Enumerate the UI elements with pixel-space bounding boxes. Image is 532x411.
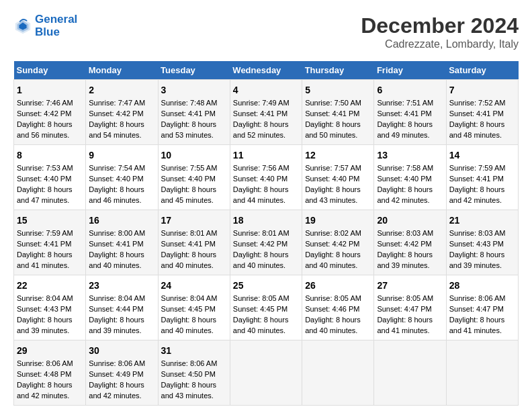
sunset: Sunset: 4:40 PM [89,175,143,183]
calendar-cell [446,340,518,406]
day-number: 20 [377,214,443,227]
sunset: Sunset: 4:41 PM [305,109,359,118]
calendar-week-row: 29 Sunrise: 8:06 AM Sunset: 4:48 PM Dayl… [14,340,519,406]
logo-icon [13,17,32,36]
calendar-cell: 30 Sunrise: 8:06 AM Sunset: 4:49 PM Dayl… [86,340,158,406]
day-number: 10 [161,148,227,162]
calendar-cell: 2 Sunrise: 7:47 AM Sunset: 4:42 PM Dayli… [86,80,158,145]
sunrise: Sunrise: 8:00 AM [89,229,145,237]
calendar-cell: 25 Sunrise: 8:05 AM Sunset: 4:45 PM Dayl… [230,275,302,340]
day-number: 14 [449,148,515,162]
day-header-monday: Monday [86,61,158,80]
day-number: 26 [305,279,371,292]
daylight: Daylight: 8 hours and 42 minutes. [89,381,144,400]
sunset: Sunset: 4:47 PM [377,305,431,313]
calendar-cell: 1 Sunrise: 7:46 AM Sunset: 4:42 PM Dayli… [14,80,86,145]
daylight: Daylight: 8 hours and 43 minutes. [161,381,217,400]
sunrise: Sunrise: 8:05 AM [233,294,290,302]
day-number: 23 [89,279,154,292]
day-header-thursday: Thursday [302,61,374,80]
page-title: December 2024 [361,13,519,38]
calendar-cell: 20 Sunrise: 8:03 AM Sunset: 4:42 PM Dayl… [374,210,446,275]
calendar-cell: 3 Sunrise: 7:48 AM Sunset: 4:41 PM Dayli… [158,80,230,145]
sunrise: Sunrise: 7:51 AM [377,99,433,107]
calendar-cell: 16 Sunrise: 8:00 AM Sunset: 4:41 PM Dayl… [86,210,158,275]
sunset: Sunset: 4:42 PM [89,109,143,118]
day-header-friday: Friday [374,61,446,80]
day-header-wednesday: Wednesday [230,61,302,80]
daylight: Daylight: 8 hours and 42 minutes. [449,185,505,204]
day-number: 24 [161,279,227,292]
sunrise: Sunrise: 8:02 AM [305,229,361,237]
sunrise: Sunrise: 7:54 AM [89,164,145,172]
sunset: Sunset: 4:40 PM [305,175,359,183]
sunset: Sunset: 4:41 PM [377,109,431,118]
daylight: Daylight: 8 hours and 47 minutes. [17,185,73,204]
sunrise: Sunrise: 7:46 AM [17,99,73,107]
sunset: Sunset: 4:41 PM [17,240,71,248]
calendar-cell [302,340,374,406]
daylight: Daylight: 8 hours and 40 minutes. [233,316,289,334]
day-number: 4 [233,83,299,97]
daylight: Daylight: 8 hours and 53 minutes. [161,120,217,139]
logo-text: General Blue [35,13,77,38]
sunrise: Sunrise: 8:04 AM [161,294,218,302]
calendar-week-row: 1 Sunrise: 7:46 AM Sunset: 4:42 PM Dayli… [14,80,519,145]
sunset: Sunset: 4:42 PM [233,240,287,248]
sunrise: Sunrise: 8:04 AM [17,294,73,302]
daylight: Daylight: 8 hours and 40 minutes. [305,316,361,334]
sunset: Sunset: 4:44 PM [89,305,143,313]
sunset: Sunset: 4:46 PM [305,305,359,313]
calendar-cell: 8 Sunrise: 7:53 AM Sunset: 4:40 PM Dayli… [14,145,86,210]
day-number: 5 [305,83,371,97]
day-number: 30 [89,344,154,357]
daylight: Daylight: 8 hours and 41 minutes. [449,316,505,334]
sunrise: Sunrise: 7:48 AM [161,99,218,107]
calendar-header-row: SundayMondayTuesdayWednesdayThursdayFrid… [14,61,519,80]
calendar-cell [374,340,446,406]
daylight: Daylight: 8 hours and 40 minutes. [89,250,144,269]
sunrise: Sunrise: 8:06 AM [17,359,73,367]
sunrise: Sunrise: 7:59 AM [17,229,73,237]
sunrise: Sunrise: 8:06 AM [89,359,145,367]
calendar-cell [230,340,302,406]
day-number: 28 [449,279,515,292]
calendar-cell: 17 Sunrise: 8:01 AM Sunset: 4:41 PM Dayl… [158,210,230,275]
daylight: Daylight: 8 hours and 49 minutes. [377,120,433,139]
day-number: 6 [377,83,443,97]
calendar-cell: 9 Sunrise: 7:54 AM Sunset: 4:40 PM Dayli… [86,145,158,210]
sunset: Sunset: 4:41 PM [161,109,216,118]
daylight: Daylight: 8 hours and 50 minutes. [305,120,361,139]
sunset: Sunset: 4:42 PM [17,109,71,118]
day-number: 13 [377,148,443,162]
sunset: Sunset: 4:42 PM [377,240,431,248]
calendar-week-row: 8 Sunrise: 7:53 AM Sunset: 4:40 PM Dayli… [14,145,519,210]
daylight: Daylight: 8 hours and 45 minutes. [161,185,217,204]
daylight: Daylight: 8 hours and 43 minutes. [305,185,361,204]
calendar-cell: 21 Sunrise: 8:03 AM Sunset: 4:43 PM Dayl… [446,210,518,275]
sunset: Sunset: 4:40 PM [377,175,431,183]
sunset: Sunset: 4:41 PM [161,240,216,248]
sunrise: Sunrise: 8:01 AM [161,229,218,237]
calendar-cell: 31 Sunrise: 8:06 AM Sunset: 4:50 PM Dayl… [158,340,230,406]
day-number: 22 [17,279,83,292]
day-number: 19 [305,214,371,227]
day-number: 12 [305,148,371,162]
calendar-cell: 23 Sunrise: 8:04 AM Sunset: 4:44 PM Dayl… [86,275,158,340]
sunset: Sunset: 4:49 PM [89,370,143,378]
sunrise: Sunrise: 8:03 AM [449,229,506,237]
daylight: Daylight: 8 hours and 41 minutes. [17,250,73,269]
calendar-cell: 26 Sunrise: 8:05 AM Sunset: 4:46 PM Dayl… [302,275,374,340]
daylight: Daylight: 8 hours and 42 minutes. [377,185,433,204]
day-number: 27 [377,279,443,292]
sunset: Sunset: 4:45 PM [233,305,287,313]
sunset: Sunset: 4:41 PM [449,175,504,183]
sunset: Sunset: 4:47 PM [449,305,504,313]
daylight: Daylight: 8 hours and 39 minutes. [449,250,505,269]
sunrise: Sunrise: 8:06 AM [449,294,506,302]
sunrise: Sunrise: 7:55 AM [161,164,218,172]
day-number: 31 [161,344,227,357]
day-number: 25 [233,279,299,292]
sunrise: Sunrise: 8:06 AM [161,359,218,367]
daylight: Daylight: 8 hours and 40 minutes. [305,250,361,269]
